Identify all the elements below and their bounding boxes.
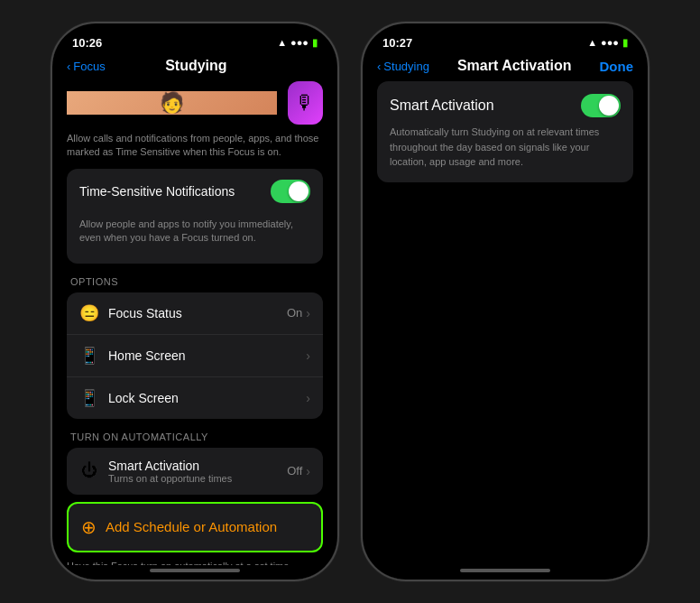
avatars-description: Allow calls and notifications from peopl… (67, 132, 323, 160)
smart-activation-toggle-right[interactable] (581, 94, 621, 117)
toggle-thumb (289, 181, 309, 201)
smart-activation-right: Off › (287, 464, 310, 478)
chevron-left-icon: ‹ (67, 60, 70, 73)
phone-left: 10:26 ▲ ●●● ▮ ‹ Focus Studying 🧑 🎙 Allow (51, 22, 339, 581)
time-sensitive-label: Time-Sensitive Notifications (79, 184, 235, 199)
options-section-label: OPTIONS (70, 276, 319, 287)
home-screen-right: › (306, 348, 310, 363)
smart-activation-row[interactable]: ⏻ Smart Activation Turns on at opportune… (67, 448, 323, 495)
focus-status-left: 😑 Focus Status (79, 303, 182, 323)
add-icon: ⊕ (81, 516, 97, 538)
smart-activation-left: ⏻ Smart Activation Turns on at opportune… (79, 459, 232, 484)
notch-right (451, 23, 559, 47)
home-screen-label: Home Screen (108, 348, 186, 363)
status-time-left: 10:26 (72, 36, 102, 50)
smart-activation-detail-row[interactable]: Smart Activation (390, 94, 621, 117)
content-left: 🧑 🎙 Allow calls and notifications from p… (52, 81, 337, 565)
lock-screen-icon: 📱 (79, 388, 99, 408)
chevron-icon-smart: › (306, 464, 310, 478)
turn-on-section-label: TURN ON AUTOMATICALLY (70, 431, 319, 442)
avatar-user: 🧑 (67, 91, 277, 115)
smart-activation-label: Smart Activation (108, 459, 232, 473)
add-schedule-button[interactable]: ⊕ Add Schedule or Automation (67, 502, 323, 552)
focus-status-value: On (287, 306, 302, 320)
chevron-icon-focus: › (306, 306, 310, 320)
focus-status-label: Focus Status (108, 306, 182, 320)
smart-activation-value: Off (287, 464, 302, 478)
time-sensitive-desc: Allow people and apps to notify you imme… (67, 214, 323, 255)
chevron-icon-lock: › (306, 391, 310, 405)
home-screen-row[interactable]: 📱 Home Screen › (67, 335, 323, 377)
battery-icon: ▮ (312, 37, 318, 49)
status-time-right: 10:27 (382, 36, 412, 50)
smart-activation-detail-desc: Automatically turn Studying on at releva… (390, 125, 621, 170)
phone-left-screen: 10:26 ▲ ●●● ▮ ‹ Focus Studying 🧑 🎙 Allow (52, 23, 337, 580)
lock-screen-label: Lock Screen (108, 391, 179, 405)
time-sensitive-card: Time-Sensitive Notifications Allow peopl… (67, 169, 323, 264)
focus-status-icon: 😑 (79, 303, 99, 323)
smart-activation-sub: Turns on at opportune times (108, 473, 232, 484)
phone-right-screen: 10:27 ▲ ●●● ▮ ‹ Studying Smart Activatio… (363, 23, 648, 580)
time-sensitive-toggle[interactable] (271, 180, 310, 203)
lock-screen-row[interactable]: 📱 Lock Screen › (67, 377, 323, 419)
smart-activation-icon: ⏻ (79, 461, 99, 480)
smart-activation-detail-label: Smart Activation (390, 97, 494, 114)
content-right: Smart Activation Automatically turn Stud… (363, 81, 648, 565)
options-card: 😑 Focus Status On › 📱 Home Screen › (67, 292, 323, 419)
back-label-right: Studying (383, 60, 429, 73)
bottom-bar-right (460, 569, 550, 572)
nav-bar-left: ‹ Focus Studying (52, 56, 337, 81)
back-label-left: Focus (73, 60, 105, 73)
focus-status-row[interactable]: 😑 Focus Status On › (67, 292, 323, 335)
chevron-left-icon-right: ‹ (377, 60, 381, 73)
chevron-icon-home: › (306, 348, 310, 363)
avatar-podcast: 🎙 (288, 81, 323, 125)
add-schedule-label: Add Schedule or Automation (106, 519, 277, 534)
back-button-left[interactable]: ‹ Focus (67, 60, 106, 73)
signal-icon-right: ●●● (601, 37, 619, 48)
lock-screen-right: › (306, 391, 310, 405)
signal-icon: ●●● (290, 37, 309, 48)
toggle-thumb-right (599, 96, 619, 116)
lock-screen-left: 📱 Lock Screen (79, 388, 179, 408)
focus-status-right: On › (287, 306, 310, 320)
status-icons-left: ▲ ●●● ▮ (277, 37, 318, 49)
time-sensitive-row[interactable]: Time-Sensitive Notifications (67, 169, 323, 214)
smart-activation-text: Smart Activation Turns on at opportune t… (108, 459, 232, 484)
wifi-icon-right: ▲ (587, 37, 597, 48)
nav-bar-right: ‹ Studying Smart Activation Done (363, 56, 648, 81)
back-button-right[interactable]: ‹ Studying (377, 60, 429, 73)
page-title-left: Studying (165, 58, 226, 74)
smart-activation-card-left: ⏻ Smart Activation Turns on at opportune… (67, 448, 323, 495)
battery-icon-right: ▮ (622, 37, 628, 49)
add-schedule-desc: Have this Focus turn on automatically at… (67, 560, 323, 565)
done-button-right[interactable]: Done (599, 59, 633, 74)
smart-activation-detail-card: Smart Activation Automatically turn Stud… (377, 81, 633, 182)
home-screen-left: 📱 Home Screen (79, 346, 186, 366)
status-icons-right: ▲ ●●● ▮ (587, 37, 628, 49)
notch-left (141, 23, 249, 47)
phone-right: 10:27 ▲ ●●● ▮ ‹ Studying Smart Activatio… (361, 22, 649, 581)
avatars-row: 🧑 🎙 (67, 81, 323, 125)
wifi-icon: ▲ (277, 37, 287, 48)
page-title-right: Smart Activation (457, 58, 572, 74)
home-screen-icon: 📱 (79, 346, 99, 366)
bottom-bar-left (150, 569, 240, 572)
